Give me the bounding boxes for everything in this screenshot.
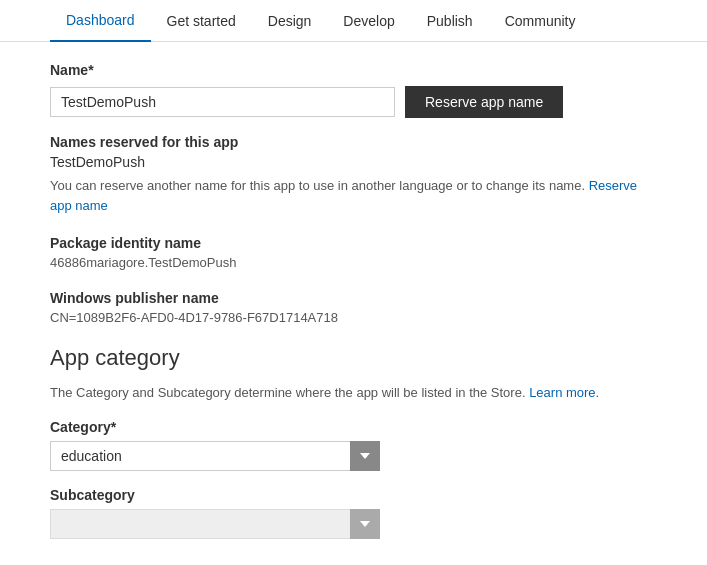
nav-item-community[interactable]: Community	[489, 1, 592, 41]
category-form-group: Category* education Books & reference Bu…	[50, 419, 657, 471]
nav-item-dashboard[interactable]: Dashboard	[50, 0, 151, 42]
main-content: Name* Reserve app name Names reserved fo…	[0, 42, 707, 565]
category-select-wrapper: education Books & reference Business Dev…	[50, 441, 380, 471]
nav-item-get-started[interactable]: Get started	[151, 1, 252, 41]
nav-item-develop[interactable]: Develop	[327, 1, 410, 41]
publisher-name-label: Windows publisher name	[50, 290, 657, 306]
category-description: The Category and Subcategory determine w…	[50, 383, 657, 403]
subcategory-form-group: Subcategory	[50, 487, 657, 539]
category-select[interactable]: education Books & reference Business Dev…	[50, 441, 380, 471]
app-category-title: App category	[50, 345, 657, 371]
publisher-name-value: CN=1089B2F6-AFD0-4D17-9786-F67D1714A718	[50, 310, 657, 325]
subcategory-label: Subcategory	[50, 487, 657, 503]
app-name-input[interactable]	[50, 87, 395, 117]
nav-item-publish[interactable]: Publish	[411, 1, 489, 41]
subcategory-select-wrapper	[50, 509, 380, 539]
reserved-name-value: TestDemoPush	[50, 154, 657, 170]
package-identity-section: Package identity name 46886mariagore.Tes…	[50, 235, 657, 270]
package-identity-label: Package identity name	[50, 235, 657, 251]
name-info-text: You can reserve another name for this ap…	[50, 176, 657, 215]
reserved-names-title: Names reserved for this app	[50, 134, 657, 150]
reserve-app-name-button[interactable]: Reserve app name	[405, 86, 563, 118]
name-row: Reserve app name	[50, 86, 657, 118]
nav-item-design[interactable]: Design	[252, 1, 328, 41]
category-label: Category*	[50, 419, 657, 435]
publisher-name-section: Windows publisher name CN=1089B2F6-AFD0-…	[50, 290, 657, 325]
main-nav: Dashboard Get started Design Develop Pub…	[0, 0, 707, 42]
package-identity-value: 46886mariagore.TestDemoPush	[50, 255, 657, 270]
name-field-label: Name*	[50, 62, 657, 78]
learn-more-link[interactable]: Learn more.	[529, 385, 599, 400]
subcategory-select[interactable]	[50, 509, 380, 539]
